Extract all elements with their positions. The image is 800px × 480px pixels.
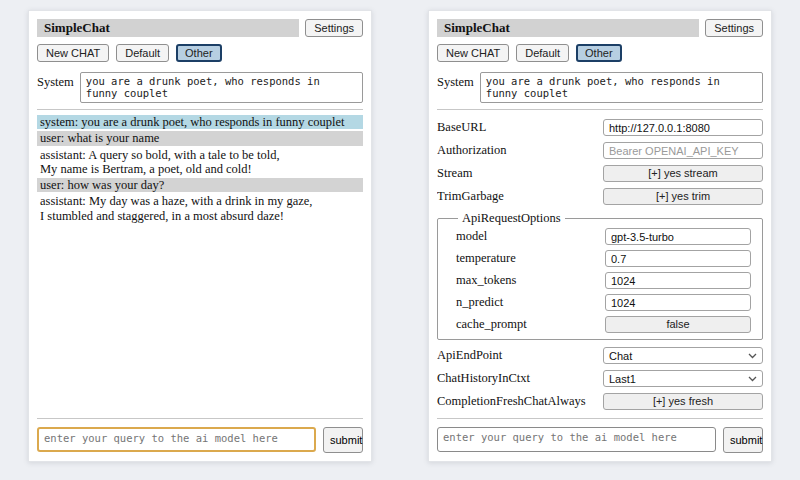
n-predict-input[interactable] (605, 294, 751, 311)
header: SimpleChat Settings (437, 19, 763, 37)
cache-prompt-toggle-button[interactable]: false (605, 316, 751, 333)
setting-label: max_tokens (456, 273, 516, 288)
session-default-button[interactable]: Default (516, 44, 569, 62)
session-other-button[interactable]: Other (176, 44, 222, 62)
setting-label: cache_prompt (456, 317, 527, 332)
setting-label: ChatHistoryInCtxt (437, 371, 530, 386)
authorization-input[interactable] (603, 142, 763, 159)
setting-row-max-tokens: max_tokens (456, 272, 751, 289)
system-prompt-input[interactable]: you are a drunk poet, who responds in fu… (480, 72, 763, 103)
query-input[interactable] (437, 427, 716, 452)
system-prompt-row: System you are a drunk poet, who respond… (437, 72, 763, 103)
setting-row-authorization: Authorization (437, 142, 763, 159)
chat-message: assistant: A query so bold, with a tale … (37, 148, 363, 177)
setting-label: BaseURL (437, 120, 486, 135)
chevron-down-icon (748, 353, 757, 359)
submit-button[interactable]: submit (323, 427, 363, 453)
divider (37, 109, 363, 110)
divider (437, 109, 763, 110)
query-row: submit (37, 427, 363, 453)
select-value: Last1 (609, 373, 636, 385)
temperature-input[interactable] (605, 250, 751, 267)
divider (37, 418, 363, 419)
query-row: submit (437, 427, 763, 453)
chat-history-select[interactable]: Last1 (603, 370, 763, 387)
toolbar: New CHAT Default Other (37, 44, 363, 62)
submit-button[interactable]: submit (723, 427, 763, 453)
setting-row-model: model (456, 228, 751, 245)
query-input[interactable] (37, 427, 316, 452)
header: SimpleChat Settings (37, 19, 363, 37)
settings-button[interactable]: Settings (305, 19, 363, 37)
setting-label: ApiEndPoint (437, 348, 502, 363)
chat-panel: SimpleChat Settings New CHAT Default Oth… (28, 10, 372, 462)
setting-row-stream: Stream [+] yes stream (437, 165, 763, 182)
max-tokens-input[interactable] (605, 272, 751, 289)
setting-row-chat-history: ChatHistoryInCtxt Last1 (437, 370, 763, 387)
chat-message: user: what is your name (37, 131, 363, 145)
chat-message: user: how was your day? (37, 178, 363, 192)
fieldset-legend: ApiRequestOptions (458, 211, 565, 226)
setting-label: CompletionFreshChatAlways (437, 394, 586, 409)
setting-label: n_predict (456, 295, 503, 310)
api-endpoint-select[interactable]: Chat (603, 347, 763, 364)
session-default-button[interactable]: Default (116, 44, 169, 62)
app-title: SimpleChat (37, 19, 299, 37)
setting-label: TrimGarbage (437, 189, 504, 204)
setting-row-cache-prompt: cache_prompt false (456, 316, 751, 333)
new-chat-button[interactable]: New CHAT (437, 44, 509, 62)
stream-toggle-button[interactable]: [+] yes stream (603, 165, 763, 182)
setting-label: model (456, 229, 487, 244)
settings-button[interactable]: Settings (705, 19, 763, 37)
model-input[interactable] (605, 228, 751, 245)
settings-panel: SimpleChat Settings New CHAT Default Oth… (428, 10, 772, 462)
setting-row-api-endpoint: ApiEndPoint Chat (437, 347, 763, 364)
baseurl-input[interactable] (603, 119, 763, 136)
setting-row-temperature: temperature (456, 250, 751, 267)
setting-label: Stream (437, 166, 472, 181)
session-other-button[interactable]: Other (576, 44, 622, 62)
toolbar: New CHAT Default Other (437, 44, 763, 62)
setting-row-completion-fresh: CompletionFreshChatAlways [+] yes fresh (437, 393, 763, 410)
completion-fresh-toggle-button[interactable]: [+] yes fresh (603, 393, 763, 410)
system-prompt-row: System you are a drunk poet, who respond… (37, 72, 363, 103)
select-value: Chat (609, 350, 632, 362)
new-chat-button[interactable]: New CHAT (37, 44, 109, 62)
system-prompt-label: System (37, 72, 74, 90)
system-prompt-label: System (437, 72, 474, 90)
chevron-down-icon (748, 376, 757, 382)
chat-message: assistant: My day was a haze, with a dri… (37, 194, 363, 223)
setting-row-n-predict: n_predict (456, 294, 751, 311)
setting-row-trimgarbage: TrimGarbage [+] yes trim (437, 188, 763, 205)
settings-list: BaseURL Authorization Stream [+] yes str… (437, 119, 763, 412)
chat-message: system: you are a drunk poet, who respon… (37, 115, 363, 129)
chat-messages: system: you are a drunk poet, who respon… (37, 115, 363, 412)
system-prompt-input[interactable]: you are a drunk poet, who responds in fu… (80, 72, 363, 103)
setting-label: Authorization (437, 143, 506, 158)
setting-label: temperature (456, 251, 516, 266)
api-request-options-fieldset: ApiRequestOptions model temperature max_… (437, 211, 763, 340)
divider (437, 418, 763, 419)
setting-row-baseurl: BaseURL (437, 119, 763, 136)
app-title: SimpleChat (437, 19, 699, 37)
trimgarbage-toggle-button[interactable]: [+] yes trim (603, 188, 763, 205)
